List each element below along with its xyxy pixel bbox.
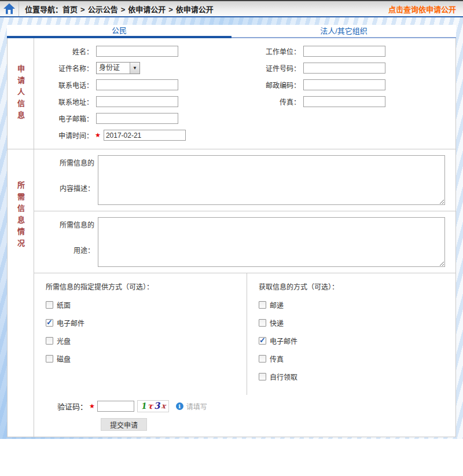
options-area: 所需信息的指定提供方式（可选）： 纸面 电子邮件 光 bbox=[34, 273, 455, 395]
home-icon bbox=[3, 3, 16, 14]
breadcrumb-separator: > bbox=[80, 5, 85, 14]
breadcrumb-item-disclosure[interactable]: 依申请公开 bbox=[128, 5, 166, 14]
application-form: 申请人信息 姓名： 证件名称： 身份证 ▼ bbox=[7, 38, 456, 437]
checkbox-paper[interactable]: 纸面 bbox=[46, 301, 247, 309]
checkbox-label: 电子邮件 bbox=[57, 318, 84, 328]
postcode-input[interactable] bbox=[303, 79, 385, 90]
breadcrumb-item-home[interactable]: 首页 bbox=[63, 5, 78, 14]
breadcrumb-separator: > bbox=[121, 5, 126, 14]
address-label: 联系地址： bbox=[34, 97, 93, 107]
checkbox-icon[interactable] bbox=[46, 301, 53, 309]
name-input[interactable] bbox=[96, 46, 178, 57]
captcha-hint: 请填写 bbox=[186, 401, 207, 411]
breadcrumb-prefix: 位置导航： bbox=[25, 5, 63, 14]
tab-citizen[interactable]: 公民 bbox=[7, 25, 232, 38]
provide-method-group: 所需信息的指定提供方式（可选）： 纸面 电子邮件 光 bbox=[34, 273, 247, 395]
required-info-side-column: 所需信息情况 bbox=[8, 149, 34, 437]
content-description-label: 所需信息的 内容描述： bbox=[34, 155, 94, 205]
checkbox-self-pickup[interactable]: 自行领取 bbox=[259, 372, 455, 380]
breadcrumb-bar: 位置导航：首页>公示公告>依申请公开>依申请公开 点击查询依申请公开 bbox=[0, 0, 463, 17]
purpose-row: 所需信息的 用途： bbox=[34, 211, 455, 273]
content-description-row: 所需信息的 内容描述： bbox=[34, 149, 455, 211]
work-unit-label: 工作单位： bbox=[245, 46, 300, 56]
cert-no-label: 证件号码： bbox=[245, 63, 300, 73]
apply-time-label: 申请时间： bbox=[34, 130, 93, 140]
apply-time-input[interactable] bbox=[104, 130, 186, 141]
required-star-icon: ★ bbox=[95, 131, 101, 139]
fax-label: 传真： bbox=[245, 97, 300, 107]
captcha-row: 验证码：★ 1 τ 3 x i 请填写 bbox=[34, 395, 455, 417]
submit-row: 提交申请 bbox=[34, 417, 455, 437]
tab-legal-entity[interactable]: 法人/其它组织 bbox=[232, 25, 456, 38]
breadcrumb: 位置导航：首页>公示公告>依申请公开>依申请公开 bbox=[25, 3, 214, 14]
submit-button[interactable]: 提交申请 bbox=[101, 418, 147, 431]
captcha-image[interactable]: 1 τ 3 x bbox=[137, 400, 169, 412]
provide-method-title: 所需信息的指定提供方式（可选）： bbox=[46, 281, 247, 291]
checkbox-icon[interactable] bbox=[259, 373, 266, 380]
checkbox-email-obtain[interactable]: 电子邮件 bbox=[259, 336, 455, 345]
query-disclosure-link[interactable]: 点击查询依申请公开 bbox=[388, 3, 456, 14]
postcode-label: 邮政编码： bbox=[245, 80, 300, 90]
checkbox-icon[interactable] bbox=[259, 355, 266, 363]
phone-input[interactable] bbox=[96, 79, 178, 90]
email-label: 电子邮箱： bbox=[34, 113, 93, 123]
applicant-side-column: 申请人信息 bbox=[8, 38, 34, 149]
purpose-textarea[interactable] bbox=[98, 217, 445, 267]
checkbox-icon[interactable] bbox=[259, 301, 266, 309]
breadcrumb-item-announcements[interactable]: 公示公告 bbox=[88, 5, 118, 14]
phone-label: 联系电话： bbox=[34, 80, 93, 90]
checkbox-label: 磁盘 bbox=[57, 354, 71, 364]
required-info-section: 所需信息情况 所需信息的 内容描述： 所需信息的 用途： bbox=[8, 149, 455, 437]
checkbox-email-provide[interactable]: 电子邮件 bbox=[46, 318, 247, 327]
email-input[interactable] bbox=[96, 113, 178, 124]
cert-name-label: 证件名称： bbox=[34, 63, 93, 73]
applicant-right-column: 工作单位： 证件号码： 邮政编码： 传真： bbox=[245, 43, 455, 144]
checkbox-icon[interactable] bbox=[46, 337, 53, 345]
applicant-section: 申请人信息 姓名： 证件名称： 身份证 ▼ bbox=[8, 38, 455, 149]
captcha-input[interactable] bbox=[97, 401, 134, 412]
checkbox-disk[interactable]: 磁盘 bbox=[46, 354, 247, 363]
content-panel: 公民 法人/其它组织 申请人信息 姓名： 证件名称： bbox=[7, 25, 456, 437]
captcha-label: 验证码： bbox=[57, 401, 87, 412]
checkbox-label: 自行领取 bbox=[270, 372, 297, 382]
name-label: 姓名： bbox=[34, 46, 93, 56]
home-button[interactable] bbox=[0, 1, 19, 16]
checkbox-fax[interactable]: 传真 bbox=[259, 354, 455, 363]
checkbox-icon[interactable] bbox=[46, 319, 53, 327]
fax-input[interactable] bbox=[303, 96, 385, 107]
checkbox-express[interactable]: 快递 bbox=[259, 318, 455, 327]
chevron-down-icon[interactable]: ▼ bbox=[130, 63, 139, 74]
checkbox-label: 光盘 bbox=[57, 336, 71, 346]
checkbox-icon[interactable] bbox=[46, 355, 53, 363]
checkbox-label: 传真 bbox=[270, 354, 284, 364]
info-icon: i bbox=[176, 402, 183, 410]
captcha-char: τ bbox=[147, 401, 153, 411]
work-unit-input[interactable] bbox=[303, 46, 385, 57]
checkbox-label: 快递 bbox=[270, 318, 284, 328]
purpose-label: 所需信息的 用途： bbox=[34, 217, 94, 267]
obtain-method-group: 获取信息的方式（可选）： 邮递 快递 电子邮件 bbox=[247, 273, 455, 395]
checkbox-cd[interactable]: 光盘 bbox=[46, 336, 247, 345]
checkbox-label: 纸面 bbox=[57, 300, 71, 310]
checkbox-post[interactable]: 邮递 bbox=[259, 301, 455, 309]
cert-name-value: 身份证 bbox=[97, 63, 130, 74]
cert-name-select[interactable]: 身份证 ▼ bbox=[96, 62, 140, 74]
applicant-left-column: 姓名： 证件名称： 身份证 ▼ 联系电话： bbox=[34, 43, 245, 144]
required-info-section-label: 所需信息情况 bbox=[17, 181, 24, 251]
content-description-textarea[interactable] bbox=[98, 155, 445, 205]
breadcrumb-separator: > bbox=[168, 5, 173, 14]
tab-bar: 公民 法人/其它组织 bbox=[7, 25, 456, 38]
checkbox-icon[interactable] bbox=[259, 319, 266, 327]
obtain-method-title: 获取信息的方式（可选）： bbox=[259, 281, 455, 291]
cert-no-input[interactable] bbox=[303, 63, 385, 74]
checkbox-label: 电子邮件 bbox=[270, 336, 297, 346]
checkbox-label: 邮递 bbox=[270, 300, 284, 310]
captcha-char: x bbox=[161, 402, 166, 411]
address-input[interactable] bbox=[96, 96, 178, 107]
applicant-section-label: 申请人信息 bbox=[17, 65, 24, 123]
checkbox-icon[interactable] bbox=[259, 337, 266, 345]
required-star-icon: ★ bbox=[89, 402, 95, 410]
page-background: 公民 法人/其它组织 申请人信息 姓名： 证件名称： bbox=[0, 17, 463, 439]
captcha-char: 1 bbox=[140, 401, 146, 411]
captcha-char: 3 bbox=[153, 401, 160, 412]
